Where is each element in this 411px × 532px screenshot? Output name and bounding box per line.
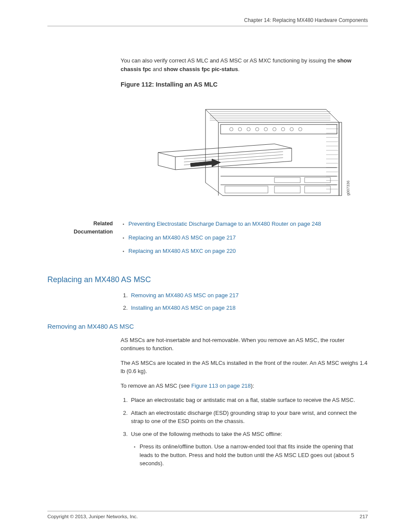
svg-point-13 xyxy=(281,128,285,131)
page-header: Chapter 14: Replacing MX480 Hardware Com… xyxy=(47,17,368,26)
procedure-list: Place an electrostatic bag or antistatic… xyxy=(121,396,368,468)
svg-rect-25 xyxy=(305,186,330,193)
section-heading: Replacing an MX480 AS MSC xyxy=(47,275,368,284)
related-link[interactable]: Replacing an MX480 AS MSC on page 217 xyxy=(128,234,236,241)
svg-rect-27 xyxy=(305,177,330,183)
subsection-heading: Removing an MX480 AS MSC xyxy=(47,323,368,330)
svg-point-11 xyxy=(264,128,268,131)
svg-point-14 xyxy=(290,128,293,131)
figure-link[interactable]: Figure 113 on page 218 xyxy=(191,383,251,389)
svg-rect-6 xyxy=(221,124,337,134)
intro-text: . xyxy=(238,66,240,72)
svg-line-16 xyxy=(184,152,283,159)
procedure-step: Use one of the following methods to take… xyxy=(129,430,368,468)
procedure-step-text: Use one of the following methods to take… xyxy=(131,431,282,437)
body-text: ): xyxy=(251,383,254,389)
intro-paragraph: You can also verify correct AS MLC and A… xyxy=(121,56,368,73)
related-link[interactable]: Replacing an MX480 AS MXC on page 220 xyxy=(128,248,236,254)
toc-item: Removing an MX480 AS MSC on page 217 xyxy=(129,291,368,300)
svg-point-8 xyxy=(238,128,242,131)
svg-point-12 xyxy=(273,128,276,131)
svg-rect-23 xyxy=(225,186,268,193)
page-number: 217 xyxy=(360,514,368,519)
svg-point-15 xyxy=(299,128,302,131)
svg-line-17 xyxy=(184,155,283,162)
related-label: Related xyxy=(93,221,113,227)
body-paragraph: AS MSCs are hot-insertable and hot-remov… xyxy=(121,336,368,353)
svg-rect-26 xyxy=(274,177,300,183)
svg-point-9 xyxy=(247,128,250,131)
procedure-step: Place an electrostatic bag or antistatic… xyxy=(129,396,368,404)
body-text: To remove an AS MSC (see xyxy=(121,383,191,389)
intro-text: You can also verify correct AS MLC and A… xyxy=(121,57,337,64)
section-toc: Removing an MX480 AS MSC on page 217 Ins… xyxy=(121,291,368,312)
svg-point-10 xyxy=(255,128,259,131)
related-label: Documentation xyxy=(74,229,113,235)
figure-id: g007336 xyxy=(346,180,350,196)
figure-caption: Figure 112: Installing an AS MLC xyxy=(121,81,368,88)
related-link-item: Preventing Electrostatic Discharge Damag… xyxy=(128,220,368,228)
related-link[interactable]: Preventing Electrostatic Discharge Damag… xyxy=(128,221,321,227)
body-paragraph: To remove an AS MSC (see Figure 113 on p… xyxy=(121,382,368,390)
cmd-text: show chassis fpc pic-status xyxy=(164,66,238,72)
toc-link[interactable]: Installing an MX480 AS MSC on page 218 xyxy=(131,305,236,311)
page-footer: Copyright © 2013, Juniper Networks, Inc.… xyxy=(47,511,368,519)
toc-link[interactable]: Removing an MX480 AS MSC on page 217 xyxy=(131,292,239,299)
related-link-item: Replacing an MX480 AS MXC on page 220 xyxy=(128,247,368,255)
procedure-step: Attach an electrostatic discharge (ESD) … xyxy=(129,409,368,426)
figure-image: g007336 xyxy=(145,96,343,208)
related-documentation: Related Documentation Preventing Electro… xyxy=(47,220,368,261)
intro-text: and xyxy=(151,66,164,72)
svg-rect-24 xyxy=(274,186,300,193)
copyright-text: Copyright © 2013, Juniper Networks, Inc. xyxy=(47,514,138,519)
svg-rect-0 xyxy=(339,122,342,196)
body-paragraph: The AS MSCs are located in the AS MLCs i… xyxy=(121,359,368,376)
procedure-substep: Press its online/offline button. Use a n… xyxy=(140,442,368,468)
toc-item: Installing an MX480 AS MSC on page 218 xyxy=(129,304,368,312)
svg-point-7 xyxy=(230,128,233,131)
related-link-item: Replacing an MX480 AS MSC on page 217 xyxy=(128,233,368,242)
